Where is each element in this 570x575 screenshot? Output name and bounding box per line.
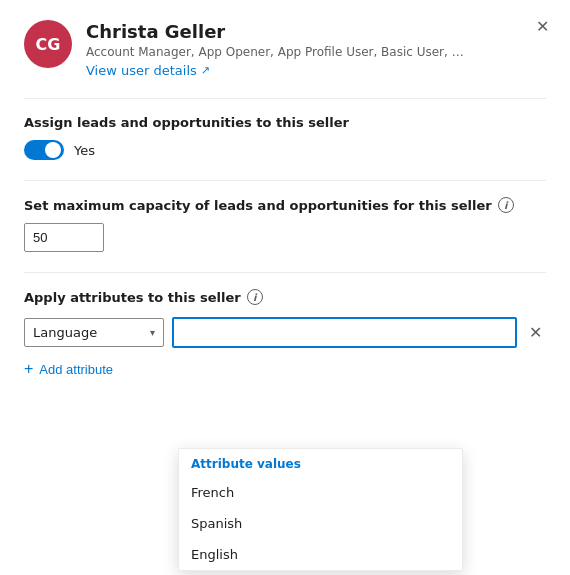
- toggle-track[interactable]: [24, 140, 64, 160]
- toggle-label: Yes: [74, 143, 95, 158]
- view-user-link[interactable]: View user details ↗: [86, 63, 210, 78]
- capacity-input[interactable]: [24, 223, 104, 252]
- header-divider: [24, 98, 546, 99]
- header: CG Christa Geller Account Manager, App O…: [24, 20, 546, 78]
- attribute-dropdown-value: Language: [33, 325, 97, 340]
- attribute-dropdown[interactable]: Language ▾: [24, 318, 164, 347]
- assign-toggle[interactable]: [24, 140, 64, 160]
- toggle-row: Yes: [24, 140, 546, 160]
- add-attribute-label: Add attribute: [39, 362, 113, 377]
- section-divider-2: [24, 272, 546, 273]
- section-divider-1: [24, 180, 546, 181]
- dropdown-item-english[interactable]: English: [179, 539, 462, 570]
- capacity-section-label: Set maximum capacity of leads and opport…: [24, 198, 492, 213]
- dropdown-popup-header: Attribute values: [179, 449, 462, 477]
- toggle-thumb: [45, 142, 61, 158]
- user-roles: Account Manager, App Opener, App Profile…: [86, 45, 466, 59]
- panel: ✕ CG Christa Geller Account Manager, App…: [0, 0, 570, 575]
- view-user-label: View user details: [86, 63, 197, 78]
- remove-icon: ✕: [529, 323, 542, 342]
- attribute-row: Language ▾ ✕: [24, 317, 546, 348]
- dropdown-item-french[interactable]: French: [179, 477, 462, 508]
- attribute-value-input[interactable]: [172, 317, 517, 348]
- close-icon: ✕: [536, 17, 549, 36]
- chevron-down-icon: ▾: [150, 327, 155, 338]
- header-info: Christa Geller Account Manager, App Open…: [86, 20, 514, 78]
- attribute-values-dropdown: Attribute values French Spanish English: [178, 448, 463, 571]
- attributes-section-label: Apply attributes to this seller: [24, 290, 241, 305]
- user-name: Christa Geller: [86, 20, 514, 43]
- attributes-section: Apply attributes to this seller i Langua…: [24, 289, 546, 382]
- dropdown-item-spanish[interactable]: Spanish: [179, 508, 462, 539]
- capacity-section: Set maximum capacity of leads and opport…: [24, 197, 546, 252]
- attributes-info-icon: i: [247, 289, 263, 305]
- capacity-info-icon: i: [498, 197, 514, 213]
- assign-section: Assign leads and opportunities to this s…: [24, 115, 546, 160]
- plus-icon: +: [24, 360, 33, 378]
- avatar: CG: [24, 20, 72, 68]
- attributes-header: Apply attributes to this seller i: [24, 289, 546, 305]
- capacity-section-info: Set maximum capacity of leads and opport…: [24, 197, 546, 213]
- external-link-icon: ↗: [201, 64, 210, 77]
- close-button[interactable]: ✕: [530, 14, 554, 38]
- add-attribute-button[interactable]: + Add attribute: [24, 356, 113, 382]
- remove-attribute-button[interactable]: ✕: [525, 319, 546, 346]
- assign-section-label: Assign leads and opportunities to this s…: [24, 115, 546, 130]
